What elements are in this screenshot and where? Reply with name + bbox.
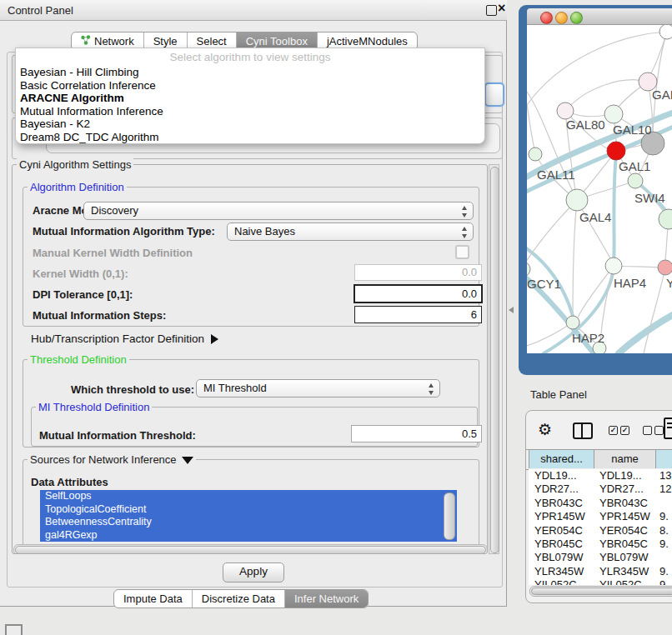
data-attribute-item[interactable]: TopologicalCoefficient xyxy=(40,503,457,517)
minimize-traffic-light-icon[interactable] xyxy=(555,12,568,24)
dpi-tolerance-field[interactable]: 0.0 xyxy=(354,284,483,303)
zoom-traffic-light-icon[interactable] xyxy=(570,12,583,24)
hub-tf-section-label: Hub/Transcription Factor Definition xyxy=(31,332,204,345)
table-rows: YDL19...YDL19...13YDR27...YDR27...12YBR0… xyxy=(529,469,672,585)
table-cell: YBL079W xyxy=(599,551,649,564)
network-node-gal4[interactable] xyxy=(566,189,588,211)
network-canvas[interactable]: GALGAL80GAL10GAL1GAL11GAL4SWI4HAP4YGCY1H… xyxy=(527,25,672,353)
algorithm-option[interactable]: Basic Correlation Inference xyxy=(16,79,484,92)
column-header-name[interactable]: name xyxy=(594,450,656,468)
aracne-mode-select[interactable]: Discovery xyxy=(83,202,474,220)
data-attribute-item[interactable]: BetweennessCentrality xyxy=(40,516,457,529)
select-all-checkbox-icon[interactable]: ✓ xyxy=(620,426,629,435)
deselect-all-checkbox-icon[interactable] xyxy=(654,426,664,435)
tab-impute-data[interactable]: Impute Data xyxy=(114,590,192,608)
network-window[interactable]: GALGAL80GAL10GAL1GAL11GAL4SWI4HAP4YGCY1H… xyxy=(519,5,672,375)
table-row[interactable]: YBR043CYBR043C xyxy=(529,497,672,510)
algorithm-option[interactable]: Dream8 DC_TDC Algorithm xyxy=(16,131,484,144)
algorithm-option[interactable]: Mutual Information Inference xyxy=(16,105,484,118)
network-node-y[interactable] xyxy=(658,260,672,275)
manual-kernel-checkbox[interactable] xyxy=(455,245,469,259)
node-label: GAL4 xyxy=(579,210,611,224)
float-panel-icon[interactable] xyxy=(486,5,497,16)
table-panel-title: Table Panel xyxy=(530,388,587,401)
algorithm-option[interactable]: Bayesian - K2 xyxy=(16,118,484,131)
mi-steps-field[interactable]: 6 xyxy=(354,306,482,323)
network-node-swi4[interactable] xyxy=(628,173,643,188)
attributes-list-scrollbar[interactable] xyxy=(444,492,455,540)
table-cell: YDR27... xyxy=(534,482,579,496)
control-panel-titlebar[interactable]: Control Panel × xyxy=(0,0,507,21)
table-cell: YBR045C xyxy=(534,538,583,551)
which-threshold-select[interactable]: MI Threshold xyxy=(196,379,440,398)
data-attributes-list[interactable]: SelfLoopsTopologicalCoefficientBetweenne… xyxy=(40,490,457,542)
network-node-gal80[interactable] xyxy=(557,102,574,119)
table-cell: YPR145W xyxy=(599,510,650,523)
control-panel-title: Control Panel xyxy=(8,4,73,17)
network-node-gcy1[interactable] xyxy=(527,262,530,277)
algorithm-dropdown-popup[interactable]: Select algorithm to view settings Bayesi… xyxy=(15,48,485,144)
table-row[interactable]: YIL052CYIL052C9 xyxy=(529,578,672,585)
table-row[interactable]: YLR345WYLR345W9. xyxy=(529,565,672,578)
panel-divider[interactable] xyxy=(509,307,514,313)
network-node[interactable] xyxy=(659,25,672,39)
table-cell: YIL052C xyxy=(599,578,642,585)
node-label: GAL11 xyxy=(537,168,575,182)
table-row[interactable]: YDR27...YDR27...12 xyxy=(529,482,672,496)
tab-infer-network[interactable]: Infer Network xyxy=(284,590,368,608)
table-row[interactable]: YDL19...YDL19...13 xyxy=(529,469,672,482)
table-cell: YIL052C xyxy=(534,578,577,585)
hub-tf-section-toggle[interactable]: Hub/Transcription Factor Definition xyxy=(31,332,218,345)
settings-horizontal-scrollbar[interactable] xyxy=(13,544,488,554)
node-label: HAP4 xyxy=(614,276,646,290)
table-row[interactable]: YBL079WYBL079W xyxy=(529,551,672,564)
network-node-hap4[interactable] xyxy=(605,258,622,274)
table-row[interactable]: YPR145WYPR145W9. xyxy=(529,510,672,523)
table-cell: 9. xyxy=(659,538,669,551)
network-node-gal1[interactable] xyxy=(607,142,625,160)
node-label: SWI4 xyxy=(634,191,665,205)
cyni-settings-panel: Algorithm Definition Aracne Mode: Discov… xyxy=(12,164,488,554)
network-node-gal11[interactable] xyxy=(529,148,542,161)
deselect-all-checkbox-icon[interactable] xyxy=(643,426,652,435)
table-cell: YPR145W xyxy=(534,510,585,523)
network-node-gal10[interactable] xyxy=(604,105,623,123)
algorithm-dropdown-placeholder: Select algorithm to view settings xyxy=(16,48,484,66)
column-header-partial[interactable] xyxy=(656,450,672,468)
mi-type-select[interactable]: Naive Bayes xyxy=(227,222,474,241)
column-header-shared[interactable]: shared... xyxy=(529,450,594,468)
network-node-hap2[interactable] xyxy=(566,316,579,329)
gear-icon[interactable]: ⚙ xyxy=(538,420,552,439)
settings-vertical-scrollbar[interactable] xyxy=(489,164,499,554)
table-cell: YDR27... xyxy=(599,482,644,496)
table-horizontal-scrollbar[interactable] xyxy=(529,586,672,597)
mi-threshold-field[interactable]: 0.5 xyxy=(351,425,482,442)
sources-section-toggle[interactable]: Sources for Network Inference xyxy=(28,453,196,466)
table-cell: YBL079W xyxy=(534,551,584,564)
settings-group-title: Cyni Algorithm Settings xyxy=(17,158,133,171)
node-label: GCY1 xyxy=(527,277,561,291)
node-label: GAL10 xyxy=(613,122,652,137)
table-row[interactable]: YBR045CYBR045C9. xyxy=(529,538,672,551)
network-titlebar[interactable] xyxy=(527,8,672,25)
which-threshold-label: Which threshold to use: xyxy=(71,383,194,396)
network-node[interactable] xyxy=(659,209,672,229)
column-layout-icon[interactable] xyxy=(573,422,593,439)
focused-combo-button-fragment[interactable] xyxy=(484,82,504,107)
table-row[interactable]: YER054CYER054C8. xyxy=(529,524,672,538)
kernel-width-field[interactable]: 0.0 xyxy=(354,264,482,281)
data-attribute-item[interactable]: SelfLoops xyxy=(40,490,457,503)
close-traffic-light-icon[interactable] xyxy=(540,12,553,24)
close-panel-icon[interactable]: × xyxy=(498,1,505,16)
apply-button[interactable]: Apply xyxy=(223,562,284,582)
algorithm-option[interactable]: ARACNE Algorithm xyxy=(16,92,484,105)
tab-discretize-data[interactable]: Discretize Data xyxy=(192,590,284,608)
node-label: HAP2 xyxy=(572,331,604,345)
dpi-tolerance-label: DPI Tolerance [0,1]: xyxy=(33,288,133,301)
table-function-icon[interactable] xyxy=(664,418,672,439)
data-attribute-item[interactable]: gal4RGexp xyxy=(40,529,457,542)
algorithm-option[interactable]: Bayesian - Hill Climbing xyxy=(16,66,484,79)
grip-handle[interactable] xyxy=(5,624,23,635)
select-all-checkbox-icon[interactable]: ✓ xyxy=(609,426,618,435)
sources-title: Sources for Network Inference xyxy=(30,453,177,466)
